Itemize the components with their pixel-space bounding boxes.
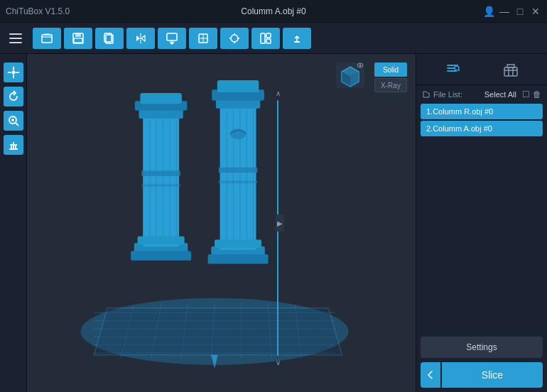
svg-rect-0 (42, 35, 52, 43)
3d-viewport[interactable]: Solid X-Ray (27, 54, 416, 392)
toolbar-btn-layout[interactable] (251, 28, 280, 49)
bottom-action-buttons: Settings Slice (416, 332, 547, 392)
svg-rect-61 (141, 170, 180, 176)
minimize-button[interactable]: — (499, 6, 510, 17)
select-all-button[interactable]: Select All (484, 90, 516, 99)
svg-rect-17 (266, 33, 271, 38)
main-area: Solid X-Ray (0, 54, 547, 392)
settings-button[interactable]: Settings (421, 337, 543, 358)
toolbar-btn-open[interactable] (33, 28, 61, 49)
svg-line-21 (16, 123, 18, 126)
file-items-list: 1.Columm R.obj #0 2.Columm A.obj #0 (416, 104, 547, 136)
maximize-button[interactable]: □ (514, 6, 526, 17)
svg-rect-75 (219, 168, 258, 173)
right-panel: File List: Select All ☐ 🗑 1.Columm R.obj… (416, 54, 547, 392)
svg-rect-62 (141, 184, 180, 187)
menu-button[interactable] (6, 28, 26, 48)
vertical-scrollbar[interactable]: ∧ ∨ (275, 89, 281, 388)
file-list-header: File List: Select All ☐ 🗑 (416, 85, 547, 104)
svg-rect-81 (447, 70, 457, 72)
svg-rect-65 (208, 254, 269, 263)
file-item-1[interactable]: 2.Columm A.obj #0 (421, 121, 543, 136)
toolbar-btn-supports[interactable] (283, 28, 311, 49)
slice-button[interactable]: Slice (442, 362, 543, 388)
file-item-0[interactable]: 1.Columm R.obj #0 (421, 104, 543, 119)
slice-options-button[interactable] (421, 362, 440, 388)
svg-point-35 (359, 65, 362, 67)
file-list-label: File List: (433, 90, 462, 99)
left-tools-panel (0, 54, 27, 392)
toolbar-btn-scale[interactable] (220, 28, 249, 49)
svg-rect-76 (219, 181, 258, 184)
titlebar-left: ChiTuBox V1.5.0 (6, 6, 70, 16)
toolbar-btn-copy[interactable] (95, 28, 124, 49)
toolbar-btn-save[interactable] (64, 28, 92, 49)
svg-rect-52 (143, 116, 179, 246)
3d-scene (27, 54, 416, 392)
app-name: ChiTuBox V1.5.0 (6, 6, 70, 16)
toolbar-btn-export[interactable] (158, 28, 186, 49)
rotate-tool-button[interactable] (4, 87, 23, 107)
model-library-icon[interactable] (501, 60, 521, 80)
window-controls: 👤 — □ ✕ (483, 6, 541, 17)
svg-rect-84 (504, 67, 517, 76)
user-icon[interactable]: 👤 (483, 6, 494, 17)
viewport-cube-icon[interactable] (335, 61, 366, 92)
zoom-tool-button[interactable] (4, 111, 23, 131)
move-tool-button[interactable] (4, 62, 23, 82)
slice-container: Slice (421, 362, 543, 388)
support-tool-button[interactable] (4, 135, 23, 155)
svg-rect-2 (75, 33, 81, 37)
svg-rect-16 (261, 33, 265, 43)
scroll-up-arrow[interactable]: ∧ (276, 89, 281, 97)
window-title: Columm A.obj #0 (241, 6, 305, 16)
svg-rect-77 (215, 240, 261, 248)
svg-rect-18 (266, 39, 271, 43)
scroll-down-arrow[interactable]: ∨ (276, 359, 281, 366)
file-list-checkbox[interactable]: ☐ (522, 89, 530, 99)
titlebar: ChiTuBox V1.5.0 Columm A.obj #0 👤 — □ ✕ (0, 0, 547, 23)
svg-line-83 (458, 70, 460, 71)
main-toolbar (0, 23, 547, 54)
svg-rect-60 (140, 93, 181, 104)
file-list-delete[interactable]: 🗑 (533, 89, 541, 99)
svg-point-11 (231, 35, 238, 42)
svg-rect-74 (217, 80, 259, 92)
settings-list-icon[interactable] (443, 60, 462, 80)
panel-expand-button[interactable]: ▶ (276, 214, 284, 232)
svg-rect-3 (74, 38, 82, 43)
svg-rect-51 (131, 251, 191, 261)
svg-rect-80 (447, 67, 455, 69)
svg-point-19 (11, 71, 15, 75)
right-panel-scroll-area (416, 136, 547, 332)
svg-rect-63 (138, 236, 185, 244)
right-panel-top (416, 54, 547, 85)
toolbar-btn-mirror[interactable] (126, 28, 155, 49)
close-button[interactable]: ✕ (530, 6, 541, 17)
svg-rect-7 (167, 33, 177, 40)
svg-rect-85 (507, 65, 514, 67)
toolbar-btn-rotate[interactable] (189, 28, 217, 49)
svg-rect-66 (220, 106, 256, 250)
